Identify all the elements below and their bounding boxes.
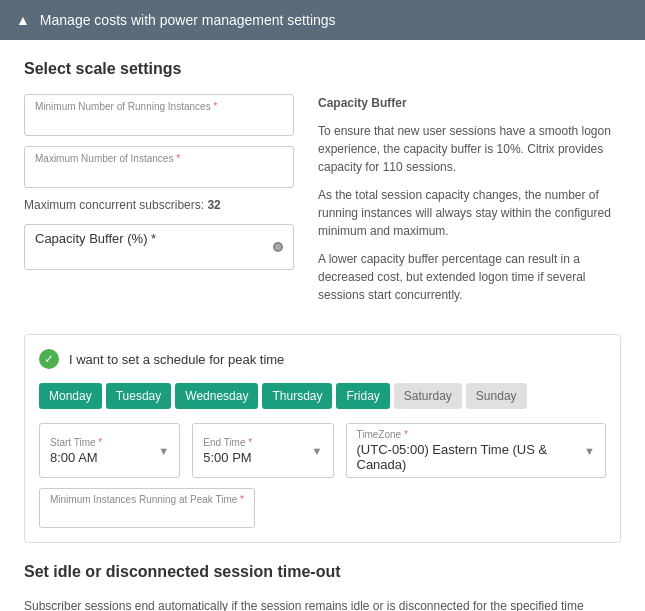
required-marker3: * [151,231,156,246]
max-instances-input[interactable]: 2 [35,166,283,181]
start-time-value: 8:00 AM [50,450,150,465]
time-row: Start Time * 8:00 AM ▼ End Time * 5:00 P… [39,423,606,478]
capacity-buffer-inner: Capacity Buffer (%) * 10 [35,231,273,263]
capacity-buffer-label: Capacity Buffer (%) * [35,231,156,246]
end-time-label: End Time * [203,437,303,448]
required-star-peak: * [240,494,244,505]
capacity-buffer-field: Capacity Buffer (%) * 10 [24,224,294,270]
idle-description: Subscriber sessions end automatically if… [24,597,621,611]
schedule-section: ✓ I want to set a schedule for peak time… [24,334,621,543]
capacity-buffer-p1: To ensure that new user sessions have a … [318,122,621,176]
required-star-start: * [98,437,102,448]
max-concurrent-text: Maximum concurrent subscribers: 32 [24,198,294,212]
schedule-header: ✓ I want to set a schedule for peak time [39,349,606,369]
start-time-inner: Start Time * 8:00 AM [50,437,150,465]
max-instances-label: Maximum Number of Instances * [35,153,283,164]
scale-section-title: Select scale settings [24,60,621,78]
min-peak-label: Minimum Instances Running at Peak Time * [50,494,244,505]
capacity-buffer-p2: As the total session capacity changes, t… [318,186,621,240]
end-time-field[interactable]: End Time * 5:00 PM ▼ [192,423,333,478]
day-friday[interactable]: Friday [336,383,389,409]
main-content: Select scale settings Minimum Number of … [0,40,645,611]
end-time-chevron: ▼ [312,445,323,457]
day-wednesday[interactable]: Wednesday [175,383,258,409]
min-instances-input[interactable]: 1 [35,114,283,129]
min-peak-input[interactable]: 2 [50,507,244,522]
timezone-field[interactable]: TimeZone * (UTC-05:00) Eastern Time (US … [346,423,607,478]
capacity-buffer-p3: A lower capacity buffer percentage can r… [318,250,621,304]
scale-settings-layout: Minimum Number of Running Instances * 1 … [24,94,621,314]
required-marker2: * [176,153,180,164]
start-time-field[interactable]: Start Time * 8:00 AM ▼ [39,423,180,478]
timezone-inner: TimeZone * (UTC-05:00) Eastern Time (US … [357,429,577,472]
required-star-end: * [248,437,252,448]
max-instances-field: Maximum Number of Instances * 2 [24,146,294,188]
collapse-icon[interactable]: ▲ [16,12,30,28]
end-time-inner: End Time * 5:00 PM [203,437,303,465]
day-tuesday[interactable]: Tuesday [106,383,172,409]
end-time-value: 5:00 PM [203,450,303,465]
day-thursday[interactable]: Thursday [262,383,332,409]
header-title: Manage costs with power management setti… [40,12,336,28]
min-instances-label: Minimum Number of Running Instances * [35,101,283,112]
start-time-label: Start Time * [50,437,150,448]
schedule-header-text: I want to set a schedule for peak time [69,352,284,367]
timezone-chevron: ▼ [584,445,595,457]
day-monday[interactable]: Monday [39,383,102,409]
capacity-buffer-title: Capacity Buffer [318,96,407,110]
day-saturday[interactable]: Saturday [394,383,462,409]
start-time-chevron: ▼ [158,445,169,457]
days-row: Monday Tuesday Wednesday Thursday Friday… [39,383,606,409]
schedule-check-icon[interactable]: ✓ [39,349,59,369]
required-star-tz: * [404,429,408,440]
required-marker: * [213,101,217,112]
header: ▲ Manage costs with power management set… [0,0,645,40]
day-sunday[interactable]: Sunday [466,383,527,409]
capacity-buffer-description: Capacity Buffer To ensure that new user … [318,94,621,314]
min-peak-field: Minimum Instances Running at Peak Time *… [39,488,255,528]
min-instances-field: Minimum Number of Running Instances * 1 [24,94,294,136]
scale-settings-left: Minimum Number of Running Instances * 1 … [24,94,294,314]
timezone-label: TimeZone * [357,429,577,440]
timezone-value: (UTC-05:00) Eastern Time (US & Canada) [357,442,577,472]
max-concurrent-value: 32 [207,198,220,212]
capacity-buffer-input[interactable]: 10 [35,248,273,263]
idle-section-title: Set idle or disconnected session time-ou… [24,563,621,581]
idle-section: Set idle or disconnected session time-ou… [24,563,621,611]
slider-handle[interactable] [273,242,283,252]
